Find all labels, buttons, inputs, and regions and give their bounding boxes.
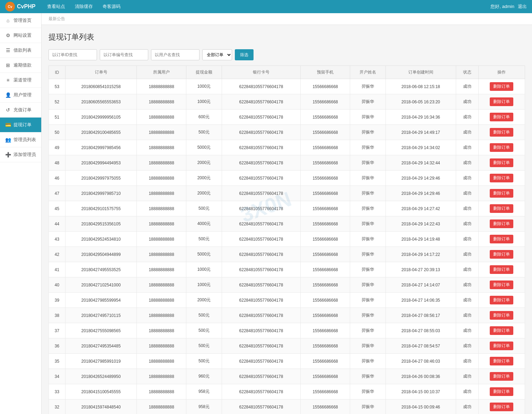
nav-link-source[interactable]: 奇客源码 bbox=[98, 0, 125, 13]
channel-icon: ≡ bbox=[5, 77, 11, 83]
delete-order-button[interactable]: 删除订单 bbox=[490, 357, 513, 365]
cell-order: 20180429997975055 bbox=[65, 171, 136, 186]
cell-time: 2018-04-29 14:19:48 bbox=[385, 232, 456, 247]
delete-order-button[interactable]: 删除订单 bbox=[490, 204, 513, 213]
cell-card: 6228481055776604178 bbox=[222, 216, 300, 232]
col-phone: 预留手机 bbox=[301, 66, 350, 79]
cell-user: 18888888888 bbox=[137, 369, 186, 384]
delete-order-button[interactable]: 删除订单 bbox=[490, 82, 513, 91]
delete-order-button[interactable]: 删除订单 bbox=[490, 174, 513, 182]
cell-action: 删除订单 bbox=[478, 384, 525, 399]
cell-status: 成功 bbox=[456, 140, 478, 155]
cell-phone: 15566686668 bbox=[301, 232, 350, 247]
top-nav-right: 您好, admin 退出 bbox=[490, 3, 527, 10]
sidebar-item-home[interactable]: ⌂ 管理首页 bbox=[0, 13, 41, 28]
cell-name: 羿振华 bbox=[350, 155, 386, 171]
sidebar-item-user[interactable]: 👤 用户管理 bbox=[0, 88, 41, 103]
delete-order-button[interactable]: 删除订单 bbox=[490, 250, 513, 259]
cell-card: 6228481055776604178 bbox=[222, 79, 300, 94]
cell-name: 羿振华 bbox=[350, 140, 386, 155]
add-admin-icon: ➕ bbox=[5, 152, 11, 157]
delete-order-button[interactable]: 删除订单 bbox=[490, 219, 513, 228]
table-row: 4220180429504944899188888888885000元62284… bbox=[49, 247, 525, 262]
cell-id: 50 bbox=[49, 125, 65, 140]
cell-action: 删除订单 bbox=[478, 232, 525, 247]
delete-order-button[interactable]: 删除订单 bbox=[490, 387, 513, 396]
sidebar-item-site-settings[interactable]: ⚙ 网站设置 bbox=[0, 28, 41, 43]
cell-phone: 15566686668 bbox=[301, 293, 350, 308]
delete-order-button[interactable]: 删除订单 bbox=[490, 403, 513, 411]
cell-action: 删除订单 bbox=[478, 186, 525, 201]
cell-user: 18888888888 bbox=[137, 293, 186, 308]
table-row: 5220180605565553653188888888881000元62284… bbox=[49, 94, 525, 110]
cell-action: 删除订单 bbox=[478, 323, 525, 338]
sidebar-item-overdue[interactable]: ⊞ 逾期借款 bbox=[0, 58, 41, 73]
sidebar-item-admin-list[interactable]: 👥 管理员列表 bbox=[0, 132, 41, 147]
cell-card: 6228481055776604178 bbox=[222, 94, 300, 110]
delete-order-button[interactable]: 删除订单 bbox=[490, 265, 513, 274]
cell-name: 羿振华 bbox=[350, 79, 386, 94]
cell-order: 20180429515356105 bbox=[65, 216, 136, 232]
delete-order-button[interactable]: 删除订单 bbox=[490, 281, 513, 289]
delete-order-button[interactable]: 删除订单 bbox=[490, 113, 513, 121]
sidebar-item-channel[interactable]: ≡ 渠道管理 bbox=[0, 73, 41, 88]
cell-name: 羿振华 bbox=[350, 262, 386, 277]
nav-link-site[interactable]: 查看站点 bbox=[42, 0, 70, 13]
cell-user: 18888888888 bbox=[137, 354, 186, 369]
filter-user-input[interactable] bbox=[151, 49, 200, 60]
cell-amount: 1000元 bbox=[186, 79, 222, 94]
delete-order-button[interactable]: 删除订单 bbox=[490, 311, 513, 320]
cell-card: 6228481055776604178 bbox=[222, 155, 300, 171]
delete-order-button[interactable]: 删除订单 bbox=[490, 372, 513, 381]
sidebar-item-recharge[interactable]: ↺ 充值订单 bbox=[0, 103, 41, 118]
cell-card: 6228481055776604178 bbox=[222, 293, 300, 308]
delete-order-button[interactable]: 删除订单 bbox=[490, 296, 513, 304]
sidebar: ⌂ 管理首页 ⚙ 网站设置 ☰ 借款列表 ⊞ 逾期借款 ≡ 渠道管理 👤 用户管… bbox=[0, 13, 42, 414]
cell-status: 成功 bbox=[456, 201, 478, 216]
cell-action: 删除订单 bbox=[478, 293, 525, 308]
cell-status: 成功 bbox=[456, 293, 478, 308]
cell-user: 18888888888 bbox=[137, 232, 186, 247]
cell-time: 2018-06-08 12:15:18 bbox=[385, 79, 456, 94]
cell-amount: 2000元 bbox=[186, 186, 222, 201]
cell-card: 6228481055776604178 bbox=[222, 354, 300, 369]
cell-name: 羿振华 bbox=[350, 399, 386, 414]
filter-id-input[interactable] bbox=[48, 49, 97, 60]
delete-order-button[interactable]: 删除订单 bbox=[490, 326, 513, 335]
delete-order-button[interactable]: 删除订单 bbox=[490, 143, 513, 152]
cell-action: 删除订单 bbox=[478, 155, 525, 171]
delete-order-button[interactable]: 删除订单 bbox=[490, 158, 513, 167]
user-info: 您好, admin bbox=[490, 3, 514, 10]
cell-status: 成功 bbox=[456, 369, 478, 384]
cell-status: 成功 bbox=[456, 399, 478, 414]
delete-order-button[interactable]: 删除订单 bbox=[490, 128, 513, 137]
sidebar-item-add-admin[interactable]: ➕ 添加管理员 bbox=[0, 147, 41, 162]
filter-order-input[interactable] bbox=[100, 49, 148, 60]
sidebar-item-borrow-list[interactable]: ☰ 借款列表 bbox=[0, 43, 41, 58]
cell-time: 2018-04-29 14:22:43 bbox=[385, 216, 456, 232]
cell-status: 成功 bbox=[456, 277, 478, 293]
filter-status-select[interactable]: 全部订单 成功 待处理 bbox=[202, 49, 232, 60]
nav-link-cache[interactable]: 清除缓存 bbox=[70, 0, 98, 13]
logout-link[interactable]: 退出 bbox=[518, 3, 527, 10]
cell-amount: 500元 bbox=[186, 354, 222, 369]
delete-order-button[interactable]: 删除订单 bbox=[490, 235, 513, 243]
cell-phone: 15566686668 bbox=[301, 94, 350, 110]
cell-time: 2018-04-29 14:34:02 bbox=[385, 140, 456, 155]
cell-order: 20180427495354485 bbox=[65, 338, 136, 354]
delete-order-button[interactable]: 删除订单 bbox=[490, 342, 513, 350]
sidebar-label-channel: 渠道管理 bbox=[14, 77, 32, 83]
sidebar-item-withdraw[interactable]: 💳 提现订单 bbox=[0, 118, 41, 132]
cell-user: 18888888888 bbox=[137, 338, 186, 354]
cell-time: 2018-04-29 14:32:44 bbox=[385, 155, 456, 171]
cell-card: 6228481055776604178 bbox=[222, 323, 300, 338]
cell-phone: 15566686668 bbox=[301, 323, 350, 338]
delete-order-button[interactable]: 删除订单 bbox=[490, 97, 513, 106]
filter-button[interactable]: 筛选 bbox=[235, 49, 254, 60]
cell-amount: 2000元 bbox=[186, 293, 222, 308]
cell-card: 6228481055776604178 bbox=[222, 125, 300, 140]
cell-time: 2018-04-29 14:17:22 bbox=[385, 247, 456, 262]
col-action: 操作 bbox=[478, 66, 525, 79]
cell-time: 2018-04-29 16:34:36 bbox=[385, 110, 456, 125]
delete-order-button[interactable]: 删除订单 bbox=[490, 189, 513, 198]
